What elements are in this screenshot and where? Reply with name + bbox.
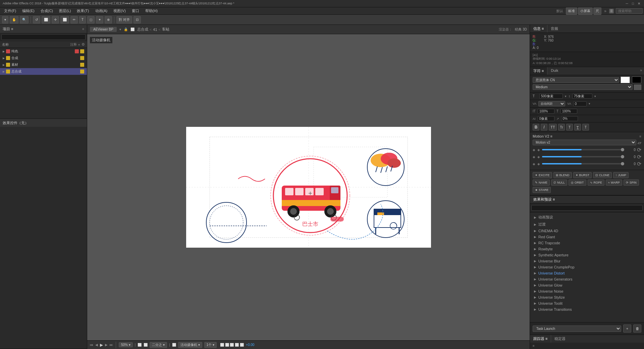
kerning-select[interactable]: 自动间距 [538,101,565,106]
tool-shape[interactable]: ◻ [87,16,95,23]
viewer-camera-select[interactable]: 活动摄像机 ▾ [178,342,202,348]
viewer-next-frame[interactable]: ▶ [105,343,108,347]
viewer-aspect[interactable]: ⬜ [144,343,148,347]
sub-button[interactable]: T̲ [574,124,581,131]
slider1-handle[interactable] [621,148,624,151]
font-leading-input[interactable] [572,94,592,99]
color-swatch-black[interactable] [632,77,641,83]
project-item-composition[interactable]: ▶ 合成 [0,55,87,61]
font-style-select[interactable]: Medium [533,84,633,90]
effect-red-giant[interactable]: ▶Red Giant [531,234,643,240]
effect-universe-stylize[interactable]: ▶Universe Stylize [531,294,643,300]
tool-rotate[interactable]: ↺ [33,16,40,23]
tab-info[interactable]: 信息 ≡ [530,25,547,33]
effect-universe-toolit[interactable]: ▶Universe Toolit [531,300,643,306]
btn-rope[interactable]: ∿ ROPE [588,180,605,186]
effect-universe-distort[interactable]: ▶Universe Distort [531,270,643,276]
btn-jump[interactable]: ↑ JUMP [613,172,629,178]
workspace-small-screen[interactable]: 小屏幕 [578,7,593,15]
task-add-button[interactable]: + [623,325,631,333]
tab-tracker[interactable]: 跟踪器 ≡ [530,335,551,343]
effect-synthetic-aperture[interactable]: ▶Synthetic Aperture [531,252,643,258]
menu-compose[interactable]: 合成(C) [38,8,56,14]
tracking-input[interactable] [573,101,587,106]
motion-graph-icon[interactable]: ▱ [638,140,641,145]
viewer-play-button[interactable]: ▶ [100,343,103,347]
tool-camera[interactable]: ⬜ [42,16,50,23]
btn-name[interactable]: ✎ NAME [533,180,550,186]
project-options[interactable]: ≡ [82,27,84,31]
slider3-expand[interactable]: ◈ [537,162,541,166]
col-settings[interactable]: ⚙ [82,42,85,47]
slider1-track[interactable] [542,149,621,150]
viewer-prev-frame[interactable]: ◀ [95,343,98,347]
effect-cinema4d[interactable]: ▶CINEMA 4D [531,228,643,234]
menu-layer[interactable]: 图层(L) [56,8,73,14]
slider1-expand[interactable]: ◈ [537,148,541,152]
maximize-button[interactable]: □ [631,1,635,6]
minimize-button[interactable]: ─ [625,1,629,6]
project-item-footage[interactable]: ▶ 素材 [0,61,87,68]
viewer-play-end[interactable]: ⏭ [110,343,113,347]
btn-spin[interactable]: ⟳ SPIN [624,180,639,186]
small-caps-button[interactable]: Tr [558,124,565,131]
tool-mask[interactable]: ⬜ [60,16,69,23]
menu-file[interactable]: 文件(F) [1,8,19,14]
effect-rowbyte[interactable]: ▶Rowbyte [531,246,643,252]
effects-presets-label[interactable]: 效果和预设 ≡ [530,196,558,203]
slider2-reset[interactable]: ⟳ [637,154,641,160]
italic-button[interactable]: I [541,124,547,131]
font-family-select[interactable]: 思源黑体 CN [533,77,619,83]
tab-character[interactable]: 字符 ≡ [530,67,547,75]
slider2-expand[interactable]: ◈ [537,155,541,159]
menu-window[interactable]: 窗口 [129,8,142,14]
effect-animation-presets[interactable]: ▶动画预设 [531,214,643,221]
slider2-track[interactable] [542,156,621,157]
effect-universe-generators[interactable]: ▶Universe Generators [531,276,643,282]
col-add[interactable]: + [78,43,80,47]
slider3-handle[interactable] [621,162,624,165]
tool-hand[interactable]: ✋ [10,16,18,23]
slider3-reset[interactable]: ⟳ [637,161,641,167]
menu-view[interactable]: 视图(V) [111,8,128,14]
viewer-tab-chevron[interactable]: ▾ [119,28,121,31]
viewer-fast-preview[interactable]: ⬜ [172,343,176,347]
effect-universe-blur[interactable]: ▶Universe Blur [531,258,643,264]
breadcrumb-41[interactable]: 41 [153,28,157,32]
tool-zoom[interactable]: 🔍 [20,16,29,23]
btn-clone[interactable]: ⊡ CLONE [593,172,612,178]
workspace-standard[interactable]: 标准 [566,7,577,15]
menu-help[interactable]: 帮助(H) [143,8,160,14]
btn-warp[interactable]: ≈ WARP [606,180,622,186]
vert-scale-input[interactable] [538,109,554,114]
tool-puppet[interactable]: ✦ [96,16,103,23]
sup-button[interactable]: T [566,124,573,131]
all-caps-button[interactable]: TT [549,124,557,131]
workspace-icon[interactable]: ☰ [609,9,614,13]
effect-transition[interactable]: ▶过渡 [531,221,643,228]
btn-blend[interactable]: ⊞ BLEND [553,172,572,178]
col-comment-toggle[interactable]: 注释 [70,42,77,47]
color-swatch-white[interactable] [621,77,630,83]
project-item-pure-color[interactable]: ▶ 纯色 [0,48,87,55]
effect-rc-trapcode[interactable]: ▶RC Trapcode [531,240,643,246]
effect-universe-noise[interactable]: ▶Universe Noise [531,288,643,294]
motion-options[interactable]: ≡ [639,135,641,138]
motion-version-select[interactable]: Motion v2 [533,140,636,145]
tool-pen[interactable]: ✏ [70,16,78,23]
tab-stabilize[interactable]: 稳定器 [551,335,569,343]
effect-universe-glow[interactable]: ▶Universe Glow [531,282,643,288]
slider3-track[interactable] [542,163,621,164]
tab-audio[interactable]: 音频 [547,25,561,33]
tab-duik[interactable]: Duik [547,67,561,75]
btn-stare[interactable]: ★ STARE [533,187,551,193]
menu-edit[interactable]: 编辑(E) [19,8,37,14]
task-delete-button[interactable]: 🗑 [633,325,641,333]
effect-universe-crumplepop[interactable]: ▶Universe CrumplePop [531,264,643,270]
tool-roto[interactable]: ⊕ [105,16,112,23]
btn-excite[interactable]: ✦ EXCITE [533,172,552,178]
workspace-overflow[interactable]: » [604,9,606,13]
stroke-input[interactable] [561,116,578,121]
viewer-frame-icon[interactable]: ⬜ [138,343,142,347]
task-launch-select[interactable]: Task Launch [533,326,621,332]
